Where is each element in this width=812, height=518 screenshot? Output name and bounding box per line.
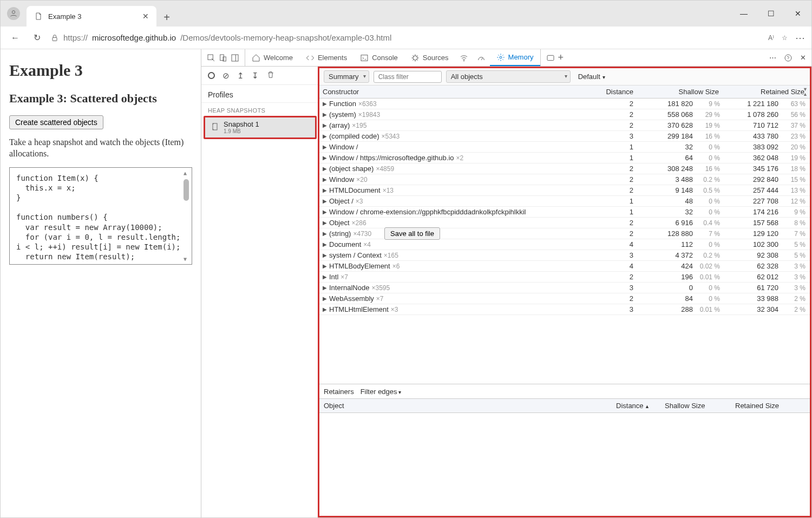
table-row[interactable]: ▶ Document ×441120 %102 3005 % [319, 239, 810, 250]
ret-col-retained[interactable]: Retained Size [735, 402, 806, 410]
distance-value: 3 [592, 284, 636, 292]
table-row[interactable]: ▶ (object shape) ×48592308 24816 %345 17… [319, 163, 810, 174]
new-tab-button[interactable]: + [158, 8, 176, 27]
performance-icon[interactable] [477, 54, 486, 62]
favorite-icon[interactable]: ☆ [782, 34, 788, 42]
expand-triangle-icon[interactable]: ▶ [323, 263, 327, 269]
maximize-button[interactable]: ☐ [757, 1, 784, 27]
app-menu-icon[interactable]: ⋯ [795, 32, 805, 44]
table-row[interactable]: ▶ Window ×2023 4880.2 %292 84015 % [319, 174, 810, 185]
add-panel-icon[interactable]: + [558, 52, 564, 63]
wifi-icon[interactable] [460, 54, 468, 62]
close-window-button[interactable]: ✕ [784, 1, 811, 27]
expand-triangle-icon[interactable]: ▶ [323, 306, 327, 312]
expand-triangle-icon[interactable]: ▶ [323, 122, 327, 128]
table-row[interactable]: ▶ (system) ×198432558 06829 %1 078 26056… [319, 109, 810, 120]
table-row[interactable]: ▶ Window / https://microsoftedge.github.… [319, 153, 810, 163]
expand-triangle-icon[interactable]: ▶ [323, 176, 327, 182]
table-row[interactable]: ▶ Object ×28626 9160.4 %157 5688 % [319, 218, 810, 228]
profile-avatar[interactable] [7, 7, 20, 20]
panel-icon[interactable] [546, 54, 555, 62]
table-row[interactable]: ▶ HTMLDocument ×1329 1480.5 %257 44413 % [319, 185, 810, 196]
col-distance[interactable]: Distance [592, 88, 636, 96]
retained-size-value: 257 444 [721, 186, 781, 194]
expand-triangle-icon[interactable]: ▶ [323, 144, 327, 150]
expand-triangle-icon[interactable]: ▶ [323, 285, 327, 291]
tab-memory[interactable]: Memory [490, 49, 540, 66]
table-row[interactable]: ▶ (string) ×47302128 8807 %129 1207 %Sav… [319, 228, 810, 239]
expand-triangle-icon[interactable]: ▶ [323, 252, 327, 258]
back-button[interactable]: ← [7, 30, 23, 46]
expand-triangle-icon[interactable]: ▶ [323, 231, 327, 237]
expand-triangle-icon[interactable]: ▶ [323, 133, 327, 139]
shallow-size-pct: 16 % [695, 133, 721, 140]
shallow-size-value: 112 [636, 240, 695, 248]
code-scrollbar[interactable] [184, 169, 190, 263]
more-tools-icon[interactable]: ⋯ [769, 54, 776, 62]
table-row[interactable]: ▶ WebAssembly ×72840 %33 9882 % [319, 293, 810, 304]
retained-size-pct: 8 % [781, 219, 807, 227]
table-row[interactable]: ▶ InternalNode ×3595300 %61 7203 % [319, 283, 810, 293]
expand-triangle-icon[interactable]: ▶ [323, 241, 327, 247]
ret-col-shallow[interactable]: Shallow Size [665, 402, 735, 410]
create-scattered-objects-button[interactable]: Create scattered objects [9, 115, 103, 129]
expand-triangle-icon[interactable]: ▶ [323, 155, 327, 161]
download-icon[interactable]: ↧ [252, 71, 259, 81]
expand-triangle-icon[interactable]: ▶ [323, 220, 327, 226]
expand-triangle-icon[interactable]: ▶ [323, 101, 327, 107]
table-row[interactable]: ▶ system / Context ×16534 3720.2 %92 308… [319, 250, 810, 261]
ret-col-distance[interactable]: Distance [616, 402, 665, 410]
minimize-button[interactable]: — [730, 1, 757, 27]
shallow-size-pct: 0 % [695, 295, 721, 303]
refresh-button[interactable]: ↻ [29, 30, 45, 46]
grouping-selector[interactable]: Default [575, 71, 613, 82]
ret-col-object[interactable]: Object [324, 402, 616, 410]
class-filter-input[interactable] [374, 71, 442, 83]
expand-triangle-icon[interactable]: ▶ [323, 198, 327, 204]
col-constructor[interactable]: Constructor [323, 88, 592, 96]
record-button[interactable] [208, 72, 215, 79]
table-row[interactable]: ▶ Intl ×721960.01 %62 0123 % [319, 272, 810, 283]
close-devtools-icon[interactable]: ✕ [800, 54, 806, 62]
svg-point-12 [785, 55, 791, 61]
sort-indicator-icon[interactable]: ▼▲ [803, 87, 808, 97]
upload-icon[interactable]: ↥ [237, 71, 244, 81]
close-tab-icon[interactable]: ✕ [142, 12, 149, 21]
expand-triangle-icon[interactable]: ▶ [323, 296, 327, 301]
tab-elements[interactable]: Elements [299, 49, 353, 66]
expand-triangle-icon[interactable]: ▶ [323, 112, 327, 117]
expand-triangle-icon[interactable]: ▶ [323, 274, 327, 280]
table-row[interactable]: ▶ Window / 1320 %383 09220 % [319, 142, 810, 153]
table-row[interactable]: ▶ (array) ×1952370 62819 %710 71237 % [319, 120, 810, 131]
delete-icon[interactable] [266, 70, 275, 81]
view-selector[interactable]: Summary [324, 70, 369, 83]
col-retained-size[interactable]: Retained Size [721, 88, 807, 96]
dock-icon[interactable] [231, 54, 239, 62]
url-display[interactable]: https://microsoftedge.github.io/Demos/de… [50, 33, 391, 42]
col-shallow-size[interactable]: Shallow Size [636, 88, 721, 96]
table-row[interactable]: ▶ HTMLBodyElement ×644240.02 %62 3283 % [319, 261, 810, 272]
read-aloud-icon[interactable]: A⁾ [768, 34, 774, 42]
table-row[interactable]: ▶ Window / chrome-extension://gpphkfbcpi… [319, 207, 810, 218]
object-scope-selector[interactable]: All objects [446, 70, 571, 83]
inspect-icon[interactable] [207, 54, 215, 62]
tab-sources[interactable]: Sources [404, 49, 455, 66]
table-row[interactable]: ▶ Object / ×31480 %227 70812 % [319, 196, 810, 207]
help-icon[interactable] [784, 54, 793, 62]
filter-edges-selector[interactable]: Filter edges [361, 388, 402, 396]
expand-triangle-icon[interactable]: ▶ [323, 209, 327, 215]
clear-icon[interactable]: ⊘ [222, 71, 230, 81]
snapshot-item[interactable]: Snapshot 1 1.9 MB [204, 116, 317, 139]
save-all-to-file-button[interactable]: Save all to file [384, 227, 440, 240]
retained-size-pct: 20 % [781, 143, 807, 151]
tab-console[interactable]: Console [353, 49, 404, 66]
table-row[interactable]: ▶ HTMLHtmlElement ×332880.01 %32 3042 % [319, 304, 810, 315]
expand-triangle-icon[interactable]: ▶ [323, 187, 327, 193]
expand-triangle-icon[interactable]: ▶ [323, 166, 327, 172]
device-toggle-icon[interactable] [219, 54, 227, 62]
retainers-tab[interactable]: Retainers [324, 388, 354, 396]
table-row[interactable]: ▶ Function ×63632181 8209 %1 221 18063 % [319, 99, 810, 109]
table-row[interactable]: ▶ (compiled code) ×53433299 18416 %433 7… [319, 131, 810, 142]
browser-tab-active[interactable]: Example 3 ✕ [27, 6, 156, 27]
tab-welcome[interactable]: Welcome [245, 49, 299, 66]
